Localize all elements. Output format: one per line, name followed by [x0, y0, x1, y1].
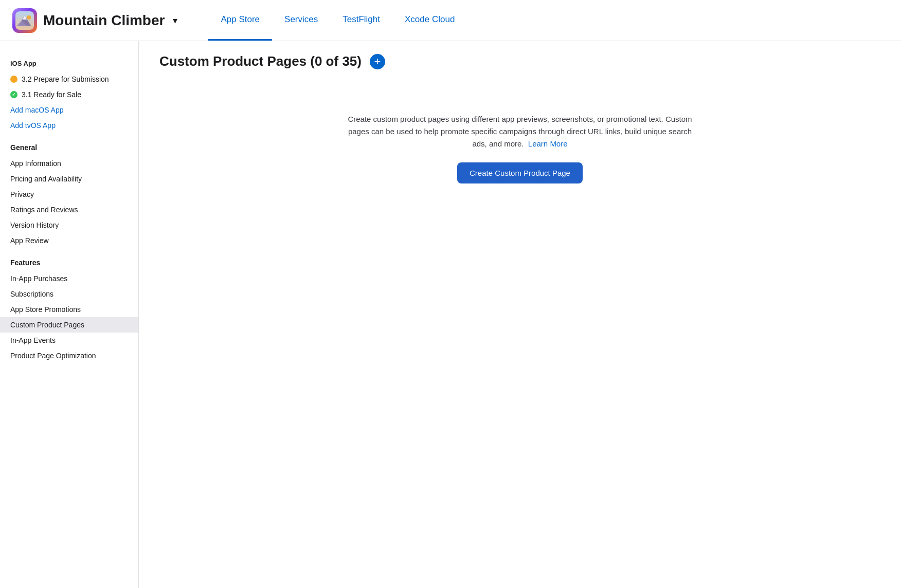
svg-point-4	[27, 15, 31, 20]
sidebar-item-ratings-reviews[interactable]: Ratings and Reviews	[0, 202, 138, 217]
sidebar-item-in-app-events[interactable]: In-App Events	[0, 333, 138, 348]
ready-for-sale-label: 3.1 Ready for Sale	[22, 90, 81, 99]
sidebar-item-app-store-promotions[interactable]: App Store Promotions	[0, 302, 138, 317]
sidebar-item-privacy[interactable]: Privacy	[0, 187, 138, 202]
sidebar-item-custom-product-pages[interactable]: Custom Product Pages	[0, 317, 138, 333]
sidebar-item-subscriptions[interactable]: Subscriptions	[0, 286, 138, 302]
sidebar-item-app-information[interactable]: App Information	[0, 156, 138, 171]
prepare-submission-label: 3.2 Prepare for Submission	[22, 75, 109, 83]
empty-state: Create custom product pages using differ…	[159, 82, 880, 214]
empty-state-description: Create custom product pages using differ…	[340, 113, 700, 150]
features-heading: Features	[0, 248, 138, 271]
sidebar: iOS App 3.2 Prepare for Submission 3.1 R…	[0, 41, 139, 588]
nav-tabs: App Store Services TestFlight Xcode Clou…	[208, 0, 467, 41]
tab-app-store[interactable]: App Store	[208, 0, 272, 41]
status-dot-green	[10, 91, 17, 98]
status-dot-yellow	[10, 76, 17, 83]
sidebar-item-version-history[interactable]: Version History	[0, 217, 138, 233]
app-name-label: Mountain Climber	[43, 12, 165, 29]
app-identity[interactable]: Mountain Climber ▾	[12, 8, 177, 33]
add-custom-page-button[interactable]: +	[370, 54, 385, 69]
sidebar-item-pricing-availability[interactable]: Pricing and Availability	[0, 171, 138, 187]
tab-testflight[interactable]: TestFlight	[330, 0, 392, 41]
sidebar-item-ready-for-sale[interactable]: 3.1 Ready for Sale	[0, 87, 138, 102]
learn-more-link[interactable]: Learn More	[528, 139, 568, 148]
main-content: Custom Product Pages (0 of 35) + Create …	[139, 41, 901, 588]
tab-services[interactable]: Services	[272, 0, 330, 41]
chevron-down-icon: ▾	[173, 15, 177, 26]
ios-section-label: iOS App	[0, 51, 138, 71]
app-icon	[12, 8, 37, 33]
header: Mountain Climber ▾ App Store Services Te…	[0, 0, 901, 41]
sidebar-item-add-macos[interactable]: Add macOS App	[0, 102, 138, 118]
sidebar-item-add-tvos[interactable]: Add tvOS App	[0, 118, 138, 133]
page-header: Custom Product Pages (0 of 35) +	[159, 53, 880, 69]
add-macos-label: Add macOS App	[10, 106, 64, 114]
add-tvos-label: Add tvOS App	[10, 121, 56, 130]
sidebar-item-app-review[interactable]: App Review	[0, 233, 138, 248]
sidebar-item-product-page-optimization[interactable]: Product Page Optimization	[0, 348, 138, 363]
create-custom-product-page-button[interactable]: Create Custom Product Page	[457, 162, 583, 183]
page-title: Custom Product Pages (0 of 35)	[159, 53, 362, 69]
tab-xcode-cloud[interactable]: Xcode Cloud	[392, 0, 467, 41]
general-heading: General	[0, 133, 138, 156]
layout: iOS App 3.2 Prepare for Submission 3.1 R…	[0, 41, 901, 588]
sidebar-item-prepare-submission[interactable]: 3.2 Prepare for Submission	[0, 71, 138, 87]
sidebar-item-in-app-purchases[interactable]: In-App Purchases	[0, 271, 138, 286]
